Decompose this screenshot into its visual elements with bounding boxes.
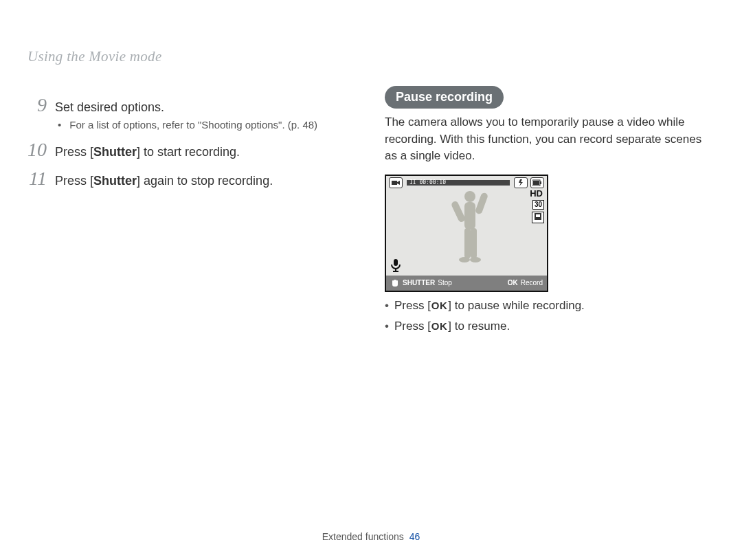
svg-point-8	[464, 191, 475, 202]
svg-marker-1	[397, 181, 400, 185]
text: ] to resume.	[448, 320, 510, 333]
microphone-icon	[390, 259, 401, 273]
lcd-body: II 00:00:10 HD 30	[386, 176, 547, 276]
svg-marker-2	[519, 179, 523, 186]
pause-recording-heading: Pause recording	[385, 86, 504, 109]
lcd-footer: SHUTTER Stop OK Record	[386, 276, 547, 291]
fps-badge: 30	[532, 200, 544, 210]
page-number: 46	[409, 531, 420, 542]
text: Press [	[55, 174, 93, 188]
step-9: 9 Set desired options.	[27, 96, 357, 115]
step-text: Press [Shutter] to start recording.	[55, 145, 240, 159]
svg-rect-4	[540, 181, 541, 184]
svg-rect-13	[471, 228, 477, 258]
text: Press [	[394, 320, 431, 333]
lcd-side-badges: HD 30	[528, 190, 544, 223]
stop-label: Stop	[438, 279, 452, 287]
shutter-label: Shutter	[93, 174, 137, 188]
step-9-subnote: For a list of options, refer to "Shootin…	[58, 119, 357, 131]
section-title: Using the Movie mode	[27, 41, 715, 65]
ok-label: OK	[508, 279, 518, 287]
svg-rect-7	[536, 214, 540, 217]
left-column: 9 Set desired options. For a list of opt…	[27, 86, 357, 333]
svg-rect-5	[533, 181, 539, 185]
person-silhouette-icon	[449, 188, 491, 267]
svg-rect-16	[394, 259, 398, 266]
bullet-icon	[58, 119, 61, 131]
step-10: 10 Press [Shutter] to start recording.	[27, 140, 357, 159]
svg-rect-10	[451, 200, 466, 223]
mode-icon	[389, 177, 403, 188]
camera-lcd-illustration: II 00:00:10 HD 30	[385, 175, 548, 292]
svg-rect-11	[475, 192, 488, 214]
page-footer: Extended functions 46	[0, 531, 742, 542]
svg-rect-0	[392, 181, 397, 185]
page: Using the Movie mode 9 Set desired optio…	[0, 0, 742, 560]
text: Press [	[55, 145, 93, 159]
ok-button-glyph: OK	[431, 300, 449, 311]
pause-recording-paragraph: The camera allows you to temporarily pau…	[385, 114, 715, 165]
step-11: 11 Press [Shutter] again to stop recordi…	[27, 169, 357, 188]
svg-point-14	[459, 257, 470, 262]
two-column-layout: 9 Set desired options. For a list of opt…	[27, 86, 715, 333]
subnote-text: For a list of options, refer to "Shootin…	[69, 119, 317, 131]
svg-rect-9	[464, 202, 475, 229]
step-number: 10	[27, 140, 47, 159]
bullet-pause: Press [OK] to pause while recording.	[385, 299, 715, 313]
flash-icon	[514, 177, 528, 188]
text: Press [	[394, 299, 431, 312]
battery-icon	[530, 177, 544, 188]
right-column: Pause recording The camera allows you to…	[385, 86, 715, 333]
svg-point-15	[470, 257, 481, 262]
shutter-label: Shutter	[93, 145, 137, 159]
record-label: Record	[521, 279, 543, 287]
lcd-top-row: II 00:00:10	[386, 176, 547, 188]
lcd-time: II 00:00:10	[407, 180, 510, 186]
shutter-label: SHUTTER	[403, 279, 435, 287]
step-text: Set desired options.	[55, 100, 164, 115]
ok-button-glyph: OK	[431, 320, 449, 332]
footer-label: Extended functions	[322, 531, 404, 542]
text: ] again to stop recording.	[137, 174, 273, 188]
step-text: Press [Shutter] again to stop recording.	[55, 174, 273, 188]
bullet-resume: Press [OK] to resume.	[385, 320, 715, 333]
text: ] to pause while recording.	[448, 299, 584, 312]
bullet-icon	[385, 299, 389, 313]
text: ] to start recording.	[137, 145, 240, 159]
hand-icon	[390, 278, 400, 288]
svg-rect-12	[464, 228, 471, 258]
card-icon	[532, 212, 544, 223]
hd-badge: HD	[528, 190, 544, 198]
step-number: 9	[27, 96, 47, 115]
bullet-icon	[385, 320, 389, 333]
step-number: 11	[27, 169, 47, 188]
